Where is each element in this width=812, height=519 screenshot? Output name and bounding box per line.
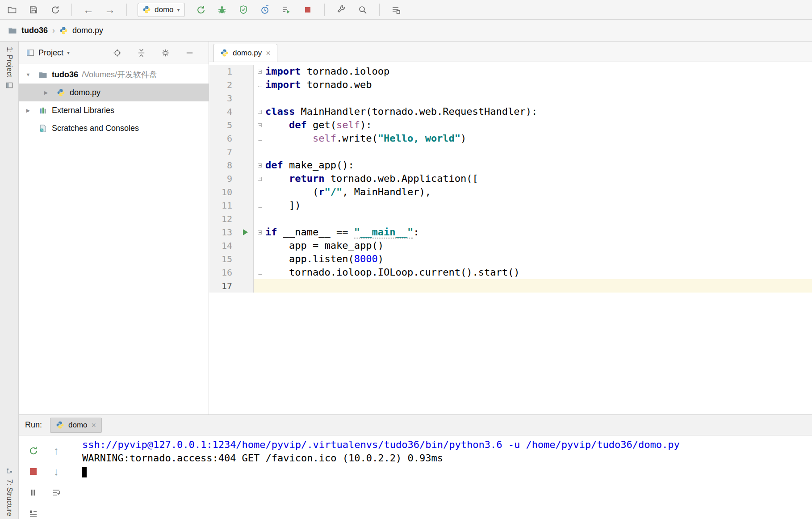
tree-collapsed-icon[interactable]: ▶ (22, 108, 34, 113)
fold-slot[interactable] (254, 132, 265, 145)
fold-start-icon[interactable] (258, 110, 262, 114)
settings-wrench-icon[interactable] (335, 4, 347, 16)
fold-slot[interactable] (254, 266, 265, 279)
soft-wrap-icon[interactable] (50, 487, 62, 498)
code-line[interactable]: 7 (209, 145, 812, 159)
run-arrow-icon[interactable] (243, 229, 248, 235)
scroll-to-end-icon[interactable] (27, 508, 39, 519)
run-with-configurations-icon[interactable] (280, 4, 292, 16)
code-line[interactable]: 9 return tornado.web.Application([ (209, 172, 812, 185)
code-line[interactable]: 10 (r"/", MainHandler), (209, 185, 812, 199)
console-line: ssh://pyvip@127.0.0.1:1234/home/pyvip/.v… (82, 438, 812, 452)
tree-item[interactable]: ▶External Libraries (19, 101, 209, 119)
collapse-all-icon[interactable] (135, 47, 147, 59)
breadcrumb: tudo36 › domo.py (0, 20, 812, 42)
sync-icon[interactable] (49, 4, 61, 16)
breadcrumb-separator-icon: › (52, 26, 55, 35)
gutter-icon-slot (238, 78, 254, 92)
code-editor[interactable]: 1import tornado.ioloop2import tornado.we… (209, 62, 812, 414)
fold-end-icon[interactable] (258, 204, 262, 208)
stop-square (30, 468, 37, 475)
structure-stripe-button[interactable]: 7: Structure (0, 468, 18, 516)
structure-stripe-label[interactable]: 7: Structure (5, 479, 13, 516)
fold-slot[interactable] (254, 105, 265, 118)
run-tab-domo[interactable]: domo × (50, 418, 102, 433)
tab-domo-py[interactable]: domo.py × (213, 44, 277, 62)
up-arrow-icon[interactable]: ↑ (50, 445, 62, 456)
project-stripe-label[interactable]: 1: Project (5, 47, 13, 77)
code-line[interactable]: 14 app = make_app() (209, 239, 812, 252)
fold-end-icon[interactable] (258, 271, 262, 275)
pause-icon[interactable] (27, 487, 39, 498)
code-line[interactable]: 17 (209, 279, 812, 293)
code-line[interactable]: 6 self.write("Hello, world") (209, 132, 812, 145)
run-configuration-select[interactable]: domo ▾ (138, 3, 185, 17)
run-with-coverage-icon[interactable] (238, 4, 249, 16)
python-icon (56, 421, 64, 429)
code-line[interactable]: 4class MainHandler(tornado.web.RequestHa… (209, 105, 812, 118)
close-icon[interactable]: × (92, 421, 96, 429)
down-arrow-icon[interactable]: ↓ (50, 466, 62, 477)
fold-start-icon[interactable] (258, 70, 262, 74)
code-line[interactable]: 3 (209, 92, 812, 105)
fold-start-icon[interactable] (258, 163, 262, 167)
debug-icon[interactable] (216, 4, 228, 16)
locate-file-icon[interactable] (111, 47, 123, 59)
fold-slot[interactable] (254, 199, 265, 212)
code-text: def get(self): (265, 118, 812, 132)
profile-icon[interactable] (259, 4, 271, 16)
work-row: Project ▾ (19, 42, 812, 414)
gutter-icon-slot (238, 212, 254, 226)
hide-panel-icon[interactable] (184, 47, 195, 59)
console-output[interactable]: ssh://pyvip@127.0.0.1:1234/home/pyvip/.v… (71, 435, 812, 519)
fold-slot[interactable] (254, 65, 265, 78)
save-icon[interactable] (28, 4, 39, 16)
code-line[interactable]: 15 app.listen(8000) (209, 252, 812, 266)
search-icon[interactable] (357, 4, 368, 16)
back-icon[interactable]: ← (83, 4, 94, 16)
stop-icon[interactable] (27, 466, 39, 477)
fold-end-icon[interactable] (258, 137, 262, 141)
project-stripe-button[interactable]: 1: Project (0, 47, 18, 89)
stop-icon[interactable] (302, 4, 314, 16)
tree-item[interactable]: ▼tudo36/Volumes/开发软件盘 (19, 66, 209, 84)
tree-item[interactable]: ▶domo.py (19, 84, 209, 101)
code-line[interactable]: 1import tornado.ioloop (209, 65, 812, 78)
fold-slot[interactable] (254, 172, 265, 185)
code-line[interactable]: 2import tornado.web (209, 78, 812, 92)
rerun-icon[interactable] (195, 4, 206, 16)
open-icon[interactable] (6, 4, 18, 16)
fold-start-icon[interactable] (258, 230, 262, 234)
code-text: (r"/", MainHandler), (265, 185, 812, 199)
breadcrumb-file[interactable]: domo.py (72, 26, 103, 35)
fold-start-icon[interactable] (258, 177, 262, 181)
forward-icon[interactable]: → (104, 4, 116, 16)
fold-end-icon[interactable] (258, 83, 262, 87)
gear-icon[interactable] (159, 47, 171, 59)
run-gutter-slot[interactable] (238, 226, 254, 239)
project-panel-title[interactable]: Project (38, 48, 63, 58)
fold-slot[interactable] (254, 118, 265, 132)
code-line[interactable]: 16 tornado.ioloop.IOLoop.current().start… (209, 266, 812, 279)
rerun-icon[interactable] (27, 445, 39, 456)
fold-slot[interactable] (254, 226, 265, 239)
chevron-down-icon[interactable]: ▾ (67, 50, 70, 56)
close-icon[interactable]: × (266, 49, 271, 57)
tree-collapsed-icon[interactable]: ▶ (40, 90, 52, 96)
code-line[interactable]: 13if __name__ == "__main__": (209, 226, 812, 239)
line-number: 8 (209, 159, 238, 172)
code-line[interactable]: 11 ]) (209, 199, 812, 212)
project-tree[interactable]: ▼tudo36/Volumes/开发软件盘▶domo.py▶External L… (19, 64, 209, 414)
tree-item[interactable]: Scratches and Consoles (19, 119, 209, 137)
code-line[interactable]: 8def make_app(): (209, 159, 812, 172)
breadcrumb-project[interactable]: tudo36 (21, 26, 48, 35)
chevron-down-icon: ▾ (177, 7, 180, 13)
fold-slot[interactable] (254, 78, 265, 92)
fold-slot[interactable] (254, 159, 265, 172)
tree-expanded-icon[interactable]: ▼ (22, 72, 34, 77)
activity-list-icon[interactable] (390, 4, 402, 16)
fold-start-icon[interactable] (258, 123, 262, 127)
code-line[interactable]: 5 def get(self): (209, 118, 812, 132)
run-configuration-label: domo (155, 5, 174, 14)
code-line[interactable]: 12 (209, 212, 812, 226)
